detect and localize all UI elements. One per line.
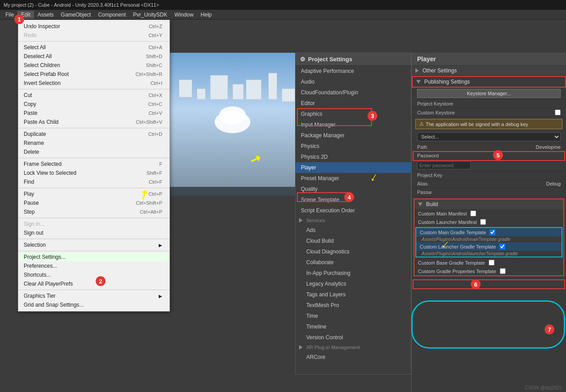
- settings-item-clouddiag[interactable]: Cloud Diagnostics: [296, 246, 411, 257]
- custom-gradle-props-row: Custom Gradle Properties Template: [414, 267, 563, 275]
- menu-redo[interactable]: Redo Ctrl+Y: [18, 31, 169, 40]
- menu-select-children[interactable]: Select Children Shift+C: [18, 61, 169, 70]
- settings-item-timeline[interactable]: Timeline: [296, 321, 411, 332]
- separator-3: [18, 128, 169, 128]
- settings-item-graphics[interactable]: Graphics: [296, 109, 411, 119]
- annotation-badge-1: 1: [14, 14, 24, 24]
- menu-window[interactable]: Window: [171, 11, 197, 19]
- settings-item-cloudbuild[interactable]: Cloud Build: [296, 236, 411, 246]
- watermark: CSDN @dzj2021: [525, 385, 562, 390]
- custom-base-gradle-checkbox[interactable]: [489, 260, 494, 266]
- menu-frame-selected[interactable]: Frame Selected F: [18, 160, 169, 169]
- menu-pvr[interactable]: Pvr_UnitySDK: [129, 11, 171, 19]
- custom-launcher-gradle-checkbox[interactable]: [499, 244, 505, 249]
- project-keystore-row: Project Keystore: [412, 100, 566, 108]
- title-bar: My project (2) - Cube - Android - Unity …: [0, 0, 566, 10]
- separator-6: [18, 218, 169, 218]
- xr-section: XR Plug-in Management: [296, 343, 411, 352]
- settings-item-collab[interactable]: Collaborate: [296, 257, 411, 268]
- settings-item-legacy[interactable]: Legacy Analytics: [296, 278, 411, 289]
- menu-invert[interactable]: Invert Selection Ctrl+I: [18, 79, 169, 88]
- menu-lock-view[interactable]: Lock View to Selected Shift+F: [18, 169, 169, 177]
- menu-shortcuts[interactable]: Shortcuts...: [18, 270, 169, 279]
- custom-gradle-props-checkbox[interactable]: [500, 268, 506, 274]
- menu-deselect-all[interactable]: Deselect All Shift+D: [18, 52, 169, 61]
- menu-assets[interactable]: Assets: [34, 11, 57, 19]
- building-2: [197, 89, 206, 100]
- menu-undo[interactable]: Undo Inspector Ctrl+Z: [18, 22, 169, 31]
- menu-paste-child[interactable]: Paste As Child Ctrl+Shift+V: [18, 118, 169, 126]
- menu-project-settings[interactable]: Project Settings...: [18, 253, 169, 261]
- menu-cut[interactable]: Cut Ctrl+X: [18, 91, 169, 100]
- separator-4: [18, 158, 169, 158]
- settings-item-version[interactable]: Version Control: [296, 332, 411, 343]
- keystore-select[interactable]: Select...: [417, 132, 561, 141]
- project-key-row: Project Key: [412, 171, 566, 180]
- password-row: Password: [412, 152, 566, 160]
- menu-sign-in[interactable]: Sign in...: [18, 219, 169, 228]
- menu-gameobject[interactable]: GameObject: [57, 11, 94, 19]
- settings-item-package[interactable]: Package Manager: [296, 130, 411, 141]
- publishing-settings-header[interactable]: Publishing Settings: [412, 76, 566, 88]
- keystore-manager-btn: Keystore Manager...: [412, 88, 566, 100]
- menu-preferences[interactable]: Preferences...: [18, 261, 169, 270]
- menu-select-prefab[interactable]: Select Prefab Root Ctrl+Shift+R: [18, 70, 169, 79]
- settings-item-editor[interactable]: Editor: [296, 98, 411, 109]
- settings-item-arcore[interactable]: ARCore: [296, 352, 411, 362]
- settings-item-audio[interactable]: Audio: [296, 76, 411, 87]
- settings-item-tags[interactable]: Tags and Layers: [296, 289, 411, 300]
- menu-duplicate[interactable]: Duplicate Ctrl+D: [18, 130, 169, 139]
- custom-main-manifest-row: Custom Main Manifest: [414, 209, 563, 218]
- separator-9: [18, 290, 169, 290]
- settings-item-textmesh[interactable]: TextMesh Pro: [296, 300, 411, 311]
- menu-find[interactable]: Find Ctrl+F: [18, 177, 169, 186]
- password-input[interactable]: [417, 161, 471, 169]
- building-7: [282, 89, 295, 102]
- settings-item-script[interactable]: Script Execution Order: [296, 205, 411, 216]
- settings-item-input[interactable]: Input Manager: [296, 119, 411, 130]
- menu-select-all[interactable]: Select All Ctrl+A: [18, 43, 169, 52]
- build-header[interactable]: Build: [414, 199, 563, 209]
- menu-rename[interactable]: Rename: [18, 139, 169, 148]
- services-section: Services: [296, 216, 411, 225]
- settings-item-iap[interactable]: In-App Purchasing: [296, 268, 411, 278]
- menu-clear-prefs[interactable]: Clear All PlayerPrefs: [18, 279, 169, 288]
- settings-item-time[interactable]: Time: [296, 311, 411, 321]
- menu-selection[interactable]: Selection ▶: [18, 240, 169, 249]
- player-panel: Player Other Settings Publishing Setting…: [411, 53, 566, 392]
- separator-7: [18, 239, 169, 239]
- annotation-badge-4: 4: [344, 192, 354, 202]
- other-settings-header[interactable]: Other Settings: [412, 66, 566, 76]
- menu-sign-out[interactable]: Sign out: [18, 228, 169, 237]
- annotation-badge-7: 7: [545, 325, 554, 334]
- menu-grid-snap[interactable]: Grid and Snap Settings...: [18, 300, 169, 309]
- menu-help[interactable]: Help: [197, 11, 215, 19]
- alias-row: Alias Debug: [412, 180, 566, 188]
- project-settings-title: Project Settings: [308, 56, 352, 63]
- launcher-template-path: Assets\Plugins\Android\launcherTemplate.…: [416, 251, 562, 257]
- annotation-badge-5: 5: [493, 150, 503, 160]
- settings-item-cloud[interactable]: CloudFoundation/Plugin: [296, 87, 411, 98]
- menu-step[interactable]: Step Ctrl+Alt+P: [18, 207, 169, 216]
- custom-main-manifest-checkbox[interactable]: [470, 211, 476, 216]
- settings-item-quality[interactable]: Quality: [296, 184, 411, 194]
- menu-component[interactable]: Component: [94, 11, 129, 19]
- gradle-highlighted-section: Custom Main Gradle Template Assets\Plugi…: [415, 227, 562, 257]
- warning-icon: ⚠: [419, 121, 424, 127]
- menu-delete[interactable]: Delete: [18, 148, 169, 156]
- menu-copy[interactable]: Copy Ctrl+C: [18, 100, 169, 109]
- settings-item-physics[interactable]: Physics: [296, 141, 411, 152]
- custom-launcher-manifest-checkbox[interactable]: [480, 219, 486, 225]
- settings-item-ads[interactable]: Ads: [296, 225, 411, 236]
- annotation-badge-2: 2: [96, 276, 106, 286]
- custom-main-gradle-checkbox[interactable]: [490, 229, 495, 235]
- custom-keystore-checkbox[interactable]: [555, 110, 561, 115]
- settings-item-adaptive[interactable]: Adaptive Performance: [296, 66, 411, 76]
- keystore-manager-button[interactable]: Keystore Manager...: [417, 89, 561, 98]
- title-text: My project (2) - Cube - Android - Unity …: [4, 2, 159, 8]
- menu-graphics-tier[interactable]: Graphics Tier ▶: [18, 291, 169, 300]
- settings-item-physics2d[interactable]: Physics 2D: [296, 152, 411, 162]
- settings-item-preset[interactable]: Preset Manager: [296, 173, 411, 184]
- settings-item-player[interactable]: Player: [296, 162, 411, 173]
- menu-paste[interactable]: Paste Ctrl+V: [18, 109, 169, 118]
